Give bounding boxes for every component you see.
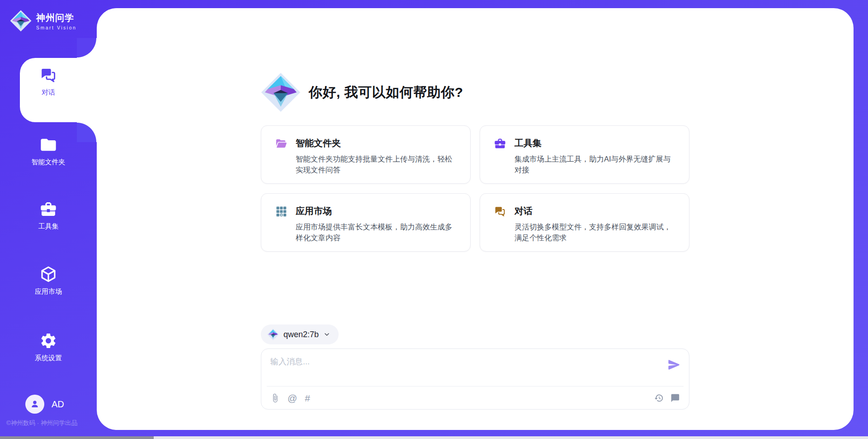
history-icon[interactable] (654, 393, 664, 403)
person-icon (29, 399, 40, 410)
sidebar: 神州问学 Smart Vision 对话 智能文件夹 工具集 (0, 0, 97, 439)
card-title: 工具集 (514, 137, 675, 149)
app-title: 神州问学 (36, 12, 76, 24)
sidebar-item-smart-folder[interactable]: 智能文件夹 (0, 136, 97, 167)
card-chat[interactable]: 对话 灵活切换多模型文件，支持多样回复效果调试，满足个性化需求 (480, 193, 689, 252)
user-profile[interactable]: AD (25, 395, 64, 414)
card-description: 应用市场提供丰富长文本模板，助力高效生成多样化文章内容 (296, 222, 457, 243)
folder-icon (39, 136, 57, 154)
card-description: 灵活切换多模型文件，支持多样回复效果调试，满足个性化需求 (514, 222, 675, 243)
horizontal-scrollbar[interactable] (0, 436, 868, 439)
card-app-market[interactable]: 应用市场 应用市场提供丰富长文本模板，助力高效生成多样化文章内容 (261, 193, 471, 252)
scrollbar-thumb[interactable] (0, 436, 154, 439)
card-title: 应用市场 (296, 205, 457, 217)
brand-diamond-icon (10, 10, 32, 32)
card-title: 对话 (514, 205, 675, 217)
sidebar-item-label: 智能文件夹 (32, 158, 66, 167)
mention-icon[interactable]: @ (288, 393, 297, 403)
sidebar-item-label: 对话 (42, 88, 55, 97)
greeting-title: 你好, 我可以如何帮助你? (309, 83, 463, 102)
message-input[interactable] (261, 349, 650, 384)
sidebar-item-chat[interactable]: 对话 (0, 66, 97, 97)
message-composer: @ # (261, 348, 689, 410)
card-title: 智能文件夹 (296, 137, 457, 149)
avatar (25, 395, 44, 414)
chat-square-icon[interactable] (670, 393, 680, 403)
sidebar-item-toolset[interactable]: 工具集 (0, 200, 97, 231)
send-button[interactable] (667, 358, 681, 372)
gear-icon (39, 332, 57, 350)
sidebar-item-settings[interactable]: 系统设置 (0, 332, 97, 363)
model-name: qwen2:7b (283, 330, 319, 339)
folder-open-icon (275, 137, 288, 150)
model-selector[interactable]: qwen2:7b (261, 324, 339, 344)
briefcase-icon (39, 200, 57, 218)
sidebar-item-label: 系统设置 (35, 354, 62, 363)
tab-curve-top (77, 38, 97, 58)
card-description: 集成市场上主流工具，助力AI与外界无缝扩展与对接 (514, 154, 675, 176)
greeting-block: 你好, 我可以如何帮助你? (261, 72, 689, 112)
sidebar-item-label: 应用市场 (35, 287, 62, 296)
brand-diamond-icon (267, 329, 279, 340)
main-panel: 你好, 我可以如何帮助你? 智能文件夹 智能文件夹功能支持批量文件上传与清洗，轻… (97, 8, 854, 430)
card-description: 智能文件夹功能支持批量文件上传与清洗，轻松实现文件问答 (296, 154, 457, 176)
feature-cards: 智能文件夹 智能文件夹功能支持批量文件上传与清洗，轻松实现文件问答 工具集 集成… (261, 125, 689, 252)
card-toolset[interactable]: 工具集 集成市场上主流工具，助力AI与外界无缝扩展与对接 (480, 125, 689, 184)
apps-grid-icon (275, 205, 288, 218)
chevron-down-icon (323, 331, 330, 338)
chat-icon (39, 66, 57, 84)
chat-bubbles-icon (494, 205, 506, 218)
copyright-text: ©神州数码 · 神州问学出品 (6, 419, 77, 427)
composer-toolbar: @ # (261, 387, 689, 409)
sidebar-item-app-market[interactable]: 应用市场 (0, 265, 97, 296)
app-subtitle: Smart Vision (36, 25, 76, 30)
sidebar-item-label: 工具集 (38, 222, 59, 231)
app-logo: 神州问学 Smart Vision (10, 10, 76, 32)
user-initials: AD (52, 399, 64, 410)
brand-diamond-icon (261, 72, 301, 112)
cube-icon (39, 265, 57, 283)
briefcase-icon (494, 137, 506, 150)
attachment-icon[interactable] (270, 393, 280, 403)
hashtag-icon[interactable]: # (305, 393, 310, 403)
send-icon (667, 358, 681, 372)
card-smart-folder[interactable]: 智能文件夹 智能文件夹功能支持批量文件上传与清洗，轻松实现文件问答 (261, 125, 471, 184)
